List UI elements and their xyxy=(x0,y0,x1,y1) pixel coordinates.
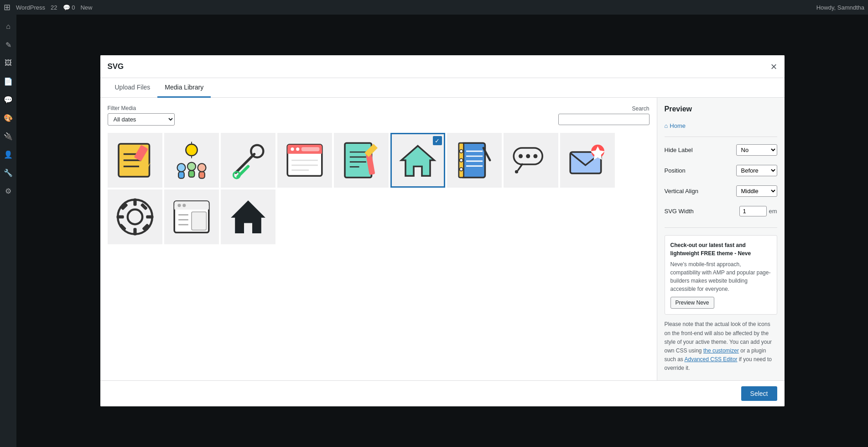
admin-bar: ⊞ WordPress 22 💬 0 New Howdy, Samndtha xyxy=(0,0,868,15)
howdy-text: Howdy, Samndtha xyxy=(816,4,864,11)
notification-count[interactable]: 22 xyxy=(51,4,57,11)
comments-count[interactable]: 💬 0 xyxy=(63,4,75,11)
site-name[interactable]: WordPress xyxy=(16,4,45,11)
new-button[interactable]: New xyxy=(80,4,92,11)
wp-logo-icon: ⊞ xyxy=(4,2,10,12)
